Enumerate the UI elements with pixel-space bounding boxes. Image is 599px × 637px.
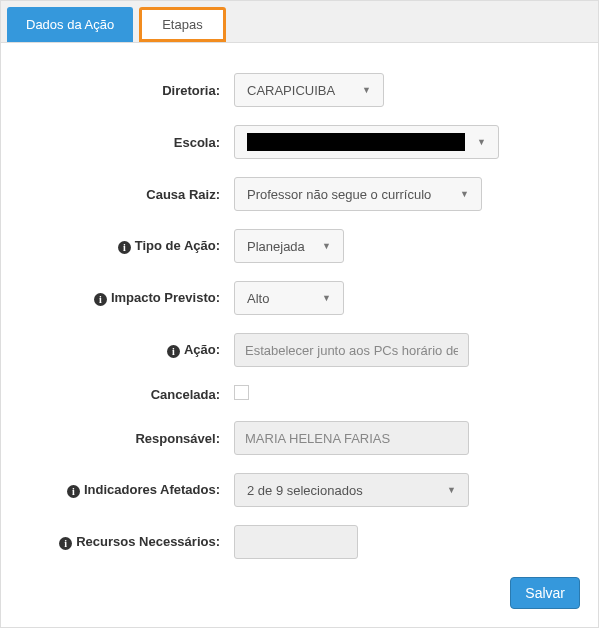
select-causa-raiz[interactable]: Professor não segue o currículo ▼: [234, 177, 482, 211]
tab-dados-da-acao[interactable]: Dados da Ação: [7, 7, 133, 42]
select-escola[interactable]: ▼: [234, 125, 499, 159]
row-tipo-acao: iTipo de Ação: Planejada ▼: [19, 229, 580, 263]
caret-icon: ▼: [447, 485, 456, 495]
select-impacto-value: Alto: [247, 291, 269, 306]
label-impacto: iImpacto Previsto:: [19, 290, 234, 305]
caret-icon: ▼: [362, 85, 371, 95]
input-responsavel[interactable]: [234, 421, 469, 455]
select-diretoria[interactable]: CARAPICUIBA ▼: [234, 73, 384, 107]
label-responsavel: Responsável:: [19, 431, 234, 446]
label-cancelada: Cancelada:: [19, 387, 234, 402]
select-tipo-acao-value: Planejada: [247, 239, 305, 254]
row-causa-raiz: Causa Raiz: Professor não segue o curríc…: [19, 177, 580, 211]
input-recursos[interactable]: [234, 525, 358, 559]
row-recursos: iRecursos Necessários:: [19, 525, 580, 559]
row-responsavel: Responsável:: [19, 421, 580, 455]
save-button[interactable]: Salvar: [510, 577, 580, 609]
label-impacto-text: Impacto Previsto:: [111, 290, 220, 305]
label-escola: Escola:: [19, 135, 234, 150]
select-escola-value-masked: [247, 133, 465, 151]
label-diretoria: Diretoria:: [19, 83, 234, 98]
info-icon: i: [167, 345, 180, 358]
label-acao: iAção:: [19, 342, 234, 357]
select-causa-raiz-value: Professor não segue o currículo: [247, 187, 431, 202]
row-acao: iAção:: [19, 333, 580, 367]
checkbox-cancelada[interactable]: [234, 385, 249, 400]
row-escola: Escola: ▼: [19, 125, 580, 159]
row-impacto: iImpacto Previsto: Alto ▼: [19, 281, 580, 315]
info-icon: i: [94, 293, 107, 306]
form-footer: Salvar: [19, 577, 580, 609]
caret-icon: ▼: [477, 137, 486, 147]
select-indicadores[interactable]: 2 de 9 selecionados ▼: [234, 473, 469, 507]
row-diretoria: Diretoria: CARAPICUIBA ▼: [19, 73, 580, 107]
tab-etapas[interactable]: Etapas: [139, 7, 225, 42]
tabs-bar: Dados da Ação Etapas: [0, 0, 599, 43]
label-indicadores-text: Indicadores Afetados:: [84, 482, 220, 497]
label-tipo-acao-text: Tipo de Ação:: [135, 238, 220, 253]
label-indicadores: iIndicadores Afetados:: [19, 482, 234, 497]
row-cancelada: Cancelada:: [19, 385, 580, 403]
label-recursos: iRecursos Necessários:: [19, 534, 234, 549]
info-icon: i: [59, 537, 72, 550]
label-recursos-text: Recursos Necessários:: [76, 534, 220, 549]
label-causa-raiz: Causa Raiz:: [19, 187, 234, 202]
select-tipo-acao[interactable]: Planejada ▼: [234, 229, 344, 263]
select-indicadores-value: 2 de 9 selecionados: [247, 483, 363, 498]
input-acao[interactable]: [234, 333, 469, 367]
info-icon: i: [118, 241, 131, 254]
info-icon: i: [67, 485, 80, 498]
caret-icon: ▼: [460, 189, 469, 199]
caret-icon: ▼: [322, 241, 331, 251]
select-impacto[interactable]: Alto ▼: [234, 281, 344, 315]
select-diretoria-value: CARAPICUIBA: [247, 83, 335, 98]
label-tipo-acao: iTipo de Ação:: [19, 238, 234, 253]
form-panel: Diretoria: CARAPICUIBA ▼ Escola: ▼ Causa…: [0, 43, 599, 628]
label-acao-text: Ação:: [184, 342, 220, 357]
row-indicadores: iIndicadores Afetados: 2 de 9 selecionad…: [19, 473, 580, 507]
caret-icon: ▼: [322, 293, 331, 303]
